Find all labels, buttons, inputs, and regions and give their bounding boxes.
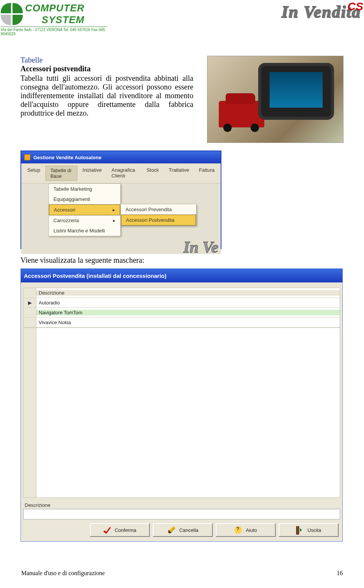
table-row[interactable]: Navigatore TomTom <box>24 308 340 318</box>
dd2-postvendita[interactable]: Accessori Postvendita <box>121 215 196 226</box>
dialog-button-bar: Conferma Cancella Aiuto Uscita <box>23 519 340 538</box>
caption-text: Viene visualizzata la seguente maschera: <box>20 256 344 265</box>
aiuto-button[interactable]: Aiuto <box>216 523 276 537</box>
dd1-marketing[interactable]: Tabelle Marketing <box>49 184 120 194</box>
row-marker: ▶ <box>24 298 36 307</box>
company-address: Via del Fante 9a/b - 37122 VERONA Tel. 0… <box>1 27 107 36</box>
descrizione-input[interactable] <box>23 509 340 519</box>
dropdown-accessori[interactable]: Accessori Prevendita Accessori Postvendi… <box>121 204 196 226</box>
dd1-listini[interactable]: Listini Marche e Modelli <box>49 226 120 236</box>
form-label: Descrizione <box>23 502 340 509</box>
menu-iniziative[interactable]: Iniziative <box>78 166 107 181</box>
menu-tabelle[interactable]: Tabelle di Base <box>46 166 77 181</box>
menu-fattura[interactable]: Fattura <box>195 166 219 181</box>
app-title: Gestione Vendite Autosalone <box>33 155 101 160</box>
table-row[interactable]: Vivavice Nokia <box>24 318 340 328</box>
menu-stock[interactable]: Stock <box>142 166 164 181</box>
uscita-button[interactable]: Uscita <box>279 523 339 537</box>
menu-trattative[interactable]: Trattative <box>164 166 194 181</box>
dd2-prevendita[interactable]: Accessori Prevendita <box>121 204 196 215</box>
car-icon <box>219 101 264 127</box>
dialog-title: Accessori Postvendita (installati dal co… <box>24 273 166 279</box>
dd1-equip[interactable]: Equipaggiamenti <box>49 194 120 204</box>
grid-header: Descrizione <box>36 290 340 296</box>
conferma-button[interactable]: Conferma <box>90 523 150 537</box>
footer-page-number: 16 <box>337 570 343 577</box>
company-logo: COMPUTER SYSTEM Via del Fante 9a/b - 371… <box>1 2 107 36</box>
watermark-logo: In Ve <box>184 238 218 256</box>
app-icon <box>24 154 30 160</box>
dropdown-tabelle[interactable]: Tabelle Marketing Equipaggiamenti Access… <box>49 183 121 236</box>
menu-anagrafica[interactable]: Anagrafica Clienti <box>107 166 141 181</box>
page-footer: Manuale d'uso e di configurazione 16 <box>21 570 343 577</box>
dialog-titlebar: Accessori Postvendita (installati dal co… <box>21 269 342 282</box>
table-row[interactable]: ▶ Autoradio <box>24 298 340 308</box>
gps-device-icon <box>258 63 334 120</box>
help-icon <box>234 526 242 534</box>
brand-logo: In Vendita CS <box>281 2 361 22</box>
pencil-icon <box>167 526 175 534</box>
app-menubar[interactable]: Setup Tabelle di Base Iniziative Anagraf… <box>21 163 221 183</box>
dialog-accessori: Accessori Postvendita (installati dal co… <box>20 268 343 542</box>
logo-mark-icon <box>1 3 23 25</box>
app-menu-screenshot: Gestione Vendite Autosalone Setup Tabell… <box>20 151 221 249</box>
footer-left: Manuale d'uso e di configurazione <box>21 570 105 577</box>
page-content: Tabelle Accessori postvendita Tabella tu… <box>0 37 364 542</box>
illustration-photo <box>207 56 344 143</box>
brand-badge: CS <box>347 0 363 13</box>
dd1-accessori[interactable]: Accessori <box>49 204 120 215</box>
grid-header-row: Descrizione <box>24 288 340 298</box>
exit-icon <box>296 526 304 534</box>
section-subheading: Accessori postvendita <box>20 64 193 73</box>
section-paragraph: Tabella tutti gli accessori di postvendi… <box>20 74 193 118</box>
page-header: COMPUTER SYSTEM Via del Fante 9a/b - 371… <box>0 0 364 37</box>
dialog-grid[interactable]: Descrizione ▶ Autoradio Navigatore TomTo… <box>23 288 340 328</box>
dd1-carrozzeria[interactable]: Carrozzeria <box>49 215 120 226</box>
company-word1: COMPUTER <box>25 2 85 14</box>
check-icon <box>103 526 111 534</box>
cancella-button[interactable]: Cancella <box>153 523 213 537</box>
menu-setup[interactable]: Setup <box>23 166 45 181</box>
app-titlebar: Gestione Vendite Autosalone <box>21 151 221 163</box>
section-heading: Tabelle <box>20 56 193 64</box>
company-word2: SYSTEM <box>25 14 85 26</box>
grid-empty-area[interactable] <box>23 328 340 498</box>
